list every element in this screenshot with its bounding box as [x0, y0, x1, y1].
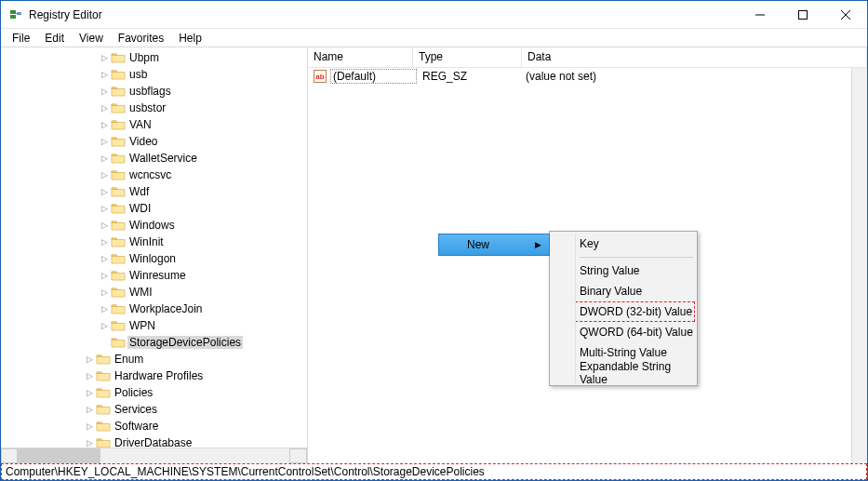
- expand-icon[interactable]: ▷: [83, 421, 96, 431]
- tree-item[interactable]: ▷Policies: [5, 384, 307, 401]
- minimize-button[interactable]: [739, 1, 781, 29]
- tree-item[interactable]: ▷usb: [5, 66, 307, 83]
- tree-item-label: WinInit: [127, 235, 166, 248]
- tree-view[interactable]: ▷Ubpm▷usb▷usbflags▷usbstor▷VAN▷Video▷Wal…: [1, 47, 307, 448]
- folder-icon: [111, 252, 126, 265]
- tree-item[interactable]: StorageDevicePolicies: [5, 334, 307, 351]
- content-area: ▷Ubpm▷usb▷usbflags▷usbstor▷VAN▷Video▷Wal…: [1, 47, 867, 463]
- tree-item[interactable]: ▷Hardware Profiles: [5, 367, 307, 384]
- status-path: Computer\HKEY_LOCAL_MACHINE\SYSTEM\Curre…: [6, 465, 485, 478]
- app-icon: [8, 7, 23, 22]
- menu-help[interactable]: Help: [171, 30, 209, 47]
- close-button[interactable]: [824, 1, 867, 29]
- tree-item[interactable]: ▷WorkplaceJoin: [5, 301, 307, 317]
- expand-icon[interactable]: ▷: [98, 271, 111, 280]
- expand-icon[interactable]: ▷: [98, 103, 111, 113]
- folder-icon: [111, 219, 126, 232]
- tree-item-label: VAN: [127, 118, 154, 131]
- menu-edit[interactable]: Edit: [37, 30, 72, 47]
- expand-icon[interactable]: ▷: [98, 287, 111, 297]
- tree-item[interactable]: ▷wcncsvc: [5, 167, 307, 183]
- tree-item-label: usbflags: [127, 85, 173, 98]
- menu-favorites[interactable]: Favorites: [111, 30, 171, 47]
- expand-icon[interactable]: ▷: [98, 170, 111, 180]
- column-type[interactable]: Type: [413, 47, 522, 67]
- folder-icon: [111, 51, 126, 64]
- tree-item[interactable]: ▷Ubpm: [5, 49, 307, 66]
- window-title: Registry Editor: [29, 8, 739, 21]
- expand-icon[interactable]: ▷: [98, 87, 111, 96]
- expand-icon[interactable]: ▷: [98, 137, 111, 146]
- tree-item[interactable]: ▷Video: [5, 133, 307, 150]
- expand-icon[interactable]: ▷: [83, 405, 96, 414]
- tree-item[interactable]: ▷DriverDatabase: [5, 434, 307, 448]
- tree-item[interactable]: ▷usbstor: [5, 100, 307, 116]
- tree-item[interactable]: ▷Wdf: [5, 183, 307, 200]
- expand-icon[interactable]: ▷: [98, 220, 111, 230]
- folder-icon: [111, 135, 126, 148]
- menu-view[interactable]: View: [72, 30, 111, 47]
- tree-item[interactable]: ▷Software: [5, 418, 307, 434]
- values-vertical-scrollbar[interactable]: [851, 68, 867, 463]
- tree-item-label: WalletService: [127, 152, 199, 165]
- tree-item[interactable]: ▷Services: [5, 401, 307, 418]
- expand-icon[interactable]: ▷: [83, 388, 96, 397]
- tree-item-label: Windows: [127, 219, 177, 232]
- tree-item[interactable]: ▷Winresume: [5, 267, 307, 284]
- maximize-button[interactable]: [781, 1, 824, 29]
- folder-icon: [111, 302, 126, 315]
- tree-item[interactable]: ▷WalletService: [5, 150, 307, 167]
- tree-item-label: Winlogon: [127, 252, 178, 265]
- expand-icon[interactable]: ▷: [98, 187, 111, 196]
- expand-icon[interactable]: ▷: [98, 237, 111, 247]
- tree-item[interactable]: ▷Enum: [5, 351, 307, 367]
- tree-item[interactable]: ▷VAN: [5, 116, 307, 133]
- title-bar: Registry Editor: [1, 1, 867, 29]
- value-data: (value not set): [526, 70, 867, 83]
- folder-icon: [111, 202, 126, 215]
- expand-icon[interactable]: ▷: [83, 438, 96, 448]
- expand-icon[interactable]: ▷: [98, 120, 111, 129]
- expand-icon[interactable]: ▷: [98, 154, 111, 163]
- folder-icon: [111, 152, 126, 165]
- expand-icon[interactable]: ▷: [98, 321, 111, 330]
- expand-icon[interactable]: ▷: [98, 304, 111, 314]
- tree-item-label: Enum: [113, 353, 145, 366]
- expand-icon[interactable]: ▷: [98, 204, 111, 213]
- expand-icon[interactable]: ▷: [98, 53, 111, 62]
- tree-item[interactable]: ▷WinInit: [5, 234, 307, 250]
- folder-icon: [111, 168, 126, 181]
- folder-icon: [111, 336, 126, 349]
- expand-icon[interactable]: ▷: [98, 70, 111, 79]
- value-row[interactable]: ab (Default) REG_SZ (value not set): [308, 68, 867, 85]
- expand-icon[interactable]: ▷: [83, 371, 96, 381]
- submenu-separator: [580, 257, 693, 258]
- tree-item[interactable]: ▷Windows: [5, 217, 307, 234]
- tree-item[interactable]: ▷usbflags: [5, 83, 307, 100]
- folder-icon: [96, 386, 111, 399]
- submenu-gutter: [552, 234, 576, 383]
- folder-icon: [96, 403, 111, 416]
- svg-rect-1: [10, 15, 16, 19]
- tree-horizontal-scrollbar[interactable]: [1, 448, 307, 463]
- value-type: REG_SZ: [417, 70, 526, 83]
- column-data[interactable]: Data: [522, 47, 867, 67]
- context-submenu: Key String Value Binary Value DWORD (32-…: [549, 231, 698, 386]
- tree-item[interactable]: ▷Winlogon: [5, 250, 307, 267]
- value-name: (Default): [330, 69, 417, 84]
- expand-icon[interactable]: ▷: [98, 254, 111, 263]
- folder-icon: [111, 319, 126, 332]
- expand-icon[interactable]: ▷: [83, 354, 96, 364]
- context-menu-new[interactable]: New ▶: [438, 234, 550, 256]
- menu-file[interactable]: File: [5, 30, 37, 47]
- submenu-arrow-icon: ▶: [535, 240, 549, 249]
- folder-icon: [96, 369, 111, 382]
- tree-item[interactable]: ▷WMI: [5, 284, 307, 301]
- tree-item[interactable]: ▷WDI: [5, 200, 307, 217]
- column-name[interactable]: Name: [308, 47, 413, 67]
- values-header: Name Type Data: [308, 47, 867, 68]
- tree-item-label: DriverDatabase: [113, 436, 194, 448]
- tree-item-label: WorkplaceJoin: [127, 302, 204, 315]
- tree-item-label: Ubpm: [127, 51, 161, 64]
- tree-item[interactable]: ▷WPN: [5, 317, 307, 334]
